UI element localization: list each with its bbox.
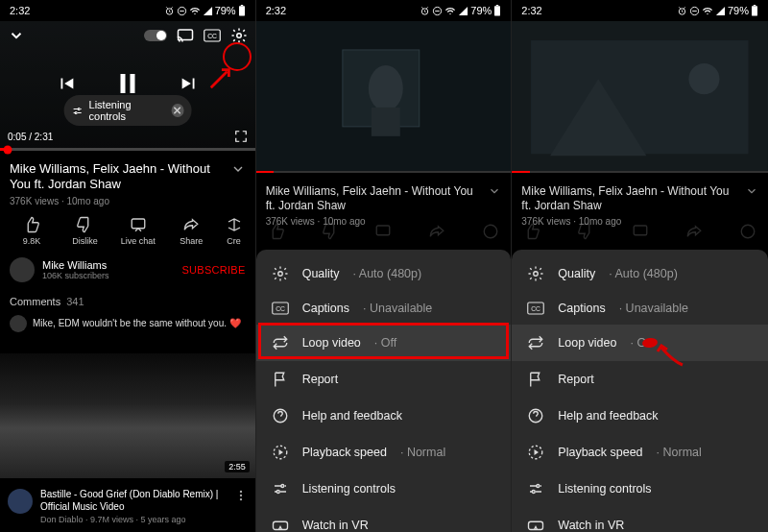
screenshot-2: 2:32 79% Mike Williams, Felix Jaehn - Wi…	[256, 0, 513, 532]
sheet-listening[interactable]: Listening controls	[256, 471, 512, 507]
svg-rect-19	[496, 5, 498, 6]
comments-header[interactable]: Comments341	[10, 296, 246, 307]
video-stats: 376K views · 10mo ago	[10, 196, 246, 206]
sheet-captions[interactable]: CC Captions· Unavailable	[512, 292, 768, 325]
battery-percent: 79%	[728, 5, 749, 16]
expand-description-icon[interactable]	[488, 184, 501, 198]
svg-point-42	[741, 225, 755, 238]
settings-sheet: Quality· Auto (480p) CC Captions· Unavai…	[256, 250, 512, 532]
status-bar: 2:32 79%	[512, 0, 768, 21]
share-button[interactable]: Share	[171, 216, 211, 246]
subscribe-button[interactable]: SUBSCRIBE	[181, 264, 245, 276]
svg-point-32	[276, 491, 279, 494]
sheet-vr[interactable]: Watch in VR	[256, 507, 512, 532]
commenter-avatar	[10, 315, 27, 332]
dnd-icon	[177, 6, 187, 16]
annotation-arrow-icon	[656, 344, 684, 367]
battery-icon	[493, 5, 501, 16]
sheet-report[interactable]: Report	[256, 361, 512, 398]
cc-icon[interactable]: CC	[204, 29, 221, 42]
channel-subs: 106K subscribers	[42, 271, 109, 280]
loop-icon	[272, 334, 289, 351]
battery-icon	[751, 5, 758, 16]
sheet-loop[interactable]: Loop video· On	[512, 325, 768, 361]
gear-icon	[272, 265, 289, 282]
next-video-thumbnail[interactable]: 2:55	[0, 353, 255, 478]
time-display: 0:05 / 2:31	[8, 132, 53, 142]
flag-icon	[272, 371, 289, 388]
sheet-listening[interactable]: Listening controls	[512, 471, 768, 507]
svg-rect-2	[239, 6, 245, 15]
sheet-captions[interactable]: CC Captions· Unavailable	[256, 292, 512, 325]
clock: 2:32	[266, 5, 286, 16]
vr-icon	[272, 517, 289, 532]
svg-point-31	[280, 485, 283, 488]
sheet-vr[interactable]: Watch in VR	[512, 507, 768, 532]
svg-rect-9	[130, 74, 134, 93]
expand-description-icon[interactable]	[230, 161, 246, 177]
livechat-button[interactable]: Live chat	[118, 216, 158, 246]
svg-point-10	[78, 108, 80, 109]
next-video-title: Bastille - Good Grief (Don Diablo Remix)…	[40, 489, 227, 513]
more-icon[interactable]	[234, 489, 248, 524]
video-title[interactable]: Mike Williams, Felix Jaehn - Without You…	[10, 161, 223, 193]
svg-text:CC: CC	[207, 33, 217, 39]
next-icon[interactable]	[179, 73, 200, 94]
svg-rect-36	[752, 6, 757, 15]
action-bar	[512, 223, 768, 240]
sheet-speed[interactable]: Playback speed· Normal	[512, 434, 768, 471]
annotation-circle	[223, 42, 252, 71]
cast-icon[interactable]	[177, 27, 194, 44]
alarm-icon	[677, 6, 687, 16]
video-player[interactable]	[256, 21, 512, 173]
action-bar	[256, 223, 512, 240]
video-player[interactable]	[512, 21, 768, 173]
channel-row[interactable]: Mike Williams 106K subscribers SUBSCRIBE	[10, 257, 246, 282]
sheet-help[interactable]: Help and feedback	[256, 398, 512, 434]
video-title[interactable]: Mike Williams, Felix Jaehn - Without You…	[266, 184, 481, 213]
next-channel-avatar	[8, 489, 33, 514]
progress-bar[interactable]	[0, 148, 255, 151]
collapse-icon[interactable]	[8, 27, 25, 44]
alarm-icon	[420, 6, 430, 16]
video-title[interactable]: Mike Williams, Felix Jaehn - Without You…	[521, 184, 737, 213]
flag-icon	[527, 371, 544, 388]
like-button[interactable]: 9.8K	[12, 216, 52, 246]
channel-name[interactable]: Mike Williams	[42, 259, 109, 271]
close-pill-icon[interactable]	[171, 104, 183, 117]
svg-point-43	[534, 272, 539, 277]
sheet-quality[interactable]: Quality· Auto (480p)	[512, 255, 768, 292]
pause-icon[interactable]	[113, 69, 142, 98]
play-circle-icon	[527, 444, 544, 461]
battery-percent: 79%	[215, 5, 236, 16]
svg-point-11	[75, 111, 77, 113]
svg-text:CC: CC	[276, 305, 285, 312]
battery-icon	[238, 5, 246, 16]
next-video-meta[interactable]: Bastille - Good Grief (Don Diablo Remix)…	[8, 489, 248, 524]
sheet-quality[interactable]: Quality· Auto (480p)	[256, 255, 512, 292]
dislike-button[interactable]: Dislike	[64, 216, 105, 246]
previous-icon[interactable]	[56, 73, 77, 94]
sheet-help[interactable]: Help and feedback	[512, 398, 768, 434]
alarm-icon	[164, 6, 175, 16]
svg-rect-8	[120, 74, 125, 93]
sheet-loop[interactable]: Loop video· Off	[256, 325, 512, 361]
comment-preview[interactable]: Mike, EDM wouldn't be the same without y…	[10, 315, 246, 332]
help-icon	[272, 407, 289, 424]
vr-icon	[527, 517, 544, 532]
gear-icon	[527, 265, 544, 282]
create-button[interactable]: Cre	[225, 216, 244, 246]
autoplay-toggle[interactable]	[144, 30, 167, 41]
video-player[interactable]: CC Listening controls 0:05 / 2:31	[0, 21, 255, 151]
svg-rect-41	[634, 226, 647, 235]
action-bar: 9.8K Dislike Live chat Share Cre	[10, 216, 246, 246]
sheet-report[interactable]: Report	[512, 361, 768, 398]
channel-avatar[interactable]	[10, 257, 35, 282]
sheet-speed[interactable]: Playback speed· Normal	[256, 434, 512, 471]
expand-description-icon[interactable]	[745, 184, 758, 198]
svg-rect-24	[377, 226, 391, 235]
listening-controls-pill[interactable]: Listening controls	[63, 95, 191, 126]
svg-point-14	[239, 495, 241, 496]
signal-icon	[458, 6, 468, 16]
fullscreen-icon[interactable]	[234, 130, 248, 143]
